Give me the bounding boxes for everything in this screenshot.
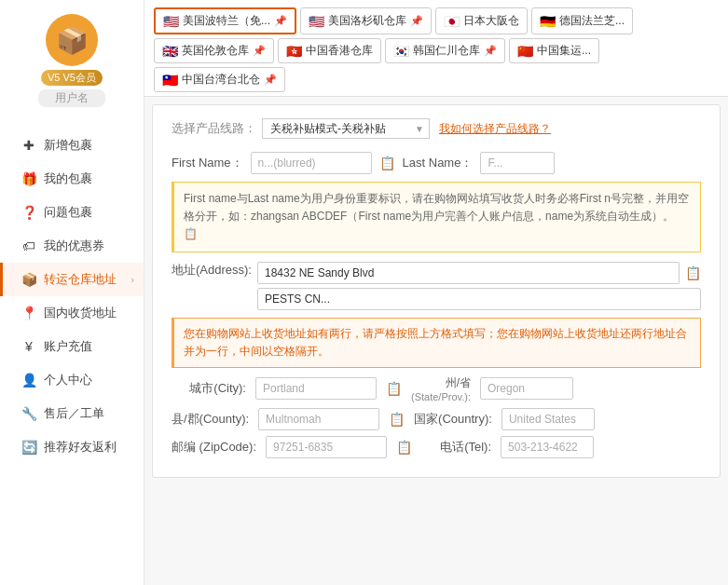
- county-input[interactable]: [258, 408, 379, 430]
- question-icon: ❓: [20, 205, 38, 220]
- county-label: 县/郡(County):: [172, 411, 249, 428]
- tab-label: 英国伦敦仓库: [182, 43, 249, 59]
- copy-city-icon[interactable]: 📋: [386, 381, 402, 396]
- tab-cn-hk[interactable]: 🇭🇰 中国香港仓库: [278, 38, 381, 63]
- tab-label: 美国洛杉矶仓库: [328, 13, 406, 29]
- address-warning-text: 您在购物网站上收货地址如有两行，请严格按照上方格式填写；您在购物网站上收货地址还…: [184, 327, 687, 358]
- sidebar-item-problem-parcel[interactable]: ❓ 问题包裹: [0, 196, 144, 229]
- sidebar-item-referral[interactable]: 🔄 推荐好友返利: [0, 430, 144, 464]
- sidebar-item-aftersale[interactable]: 🔧 售后／工单: [0, 397, 144, 430]
- flag-uk: 🇬🇧: [162, 44, 178, 59]
- copy-icon[interactable]: 📋: [379, 156, 395, 170]
- flag-us: 🇺🇸: [163, 14, 179, 29]
- sidebar-item-add-parcel[interactable]: ✚ 新增包裹: [0, 129, 144, 162]
- tab-label: 德国法兰芝...: [559, 13, 625, 29]
- coupon-icon: 🏷: [20, 238, 38, 253]
- flag-us: 🇺🇸: [309, 14, 324, 29]
- sidebar-item-warehouse-address[interactable]: 📦 转运仓库地址 ›: [0, 263, 144, 296]
- address-warning-box: 您在购物网站上收货地址如有两行，请严格按照上方格式填写；您在购物网站上收货地址还…: [172, 318, 701, 368]
- add-icon: ✚: [20, 138, 38, 153]
- tabs-row-1: 🇺🇸 美国波特兰（免... 📌 🇺🇸 美国洛杉矶仓库 📌 🇯🇵 日本大阪仓 🇩🇪…: [154, 7, 719, 34]
- pin-icon: 📌: [274, 15, 287, 27]
- product-line-row: 选择产品线路： 关税补贴模式-关税补贴 ▼ 我如何选择产品线路？: [172, 118, 701, 139]
- tab-de[interactable]: 🇩🇪 德国法兰芝...: [531, 7, 633, 34]
- product-line-select-wrapper[interactable]: 关税补贴模式-关税补贴 ▼: [262, 118, 430, 139]
- sidebar: 📦 V5 V5会员 用户名 ✚ 新增包裹 🎁 我的包裹 ❓ 问题包裹 🏷 我的优…: [0, 0, 144, 585]
- last-name-label: Last Name：: [403, 155, 474, 171]
- sidebar-label: 售后／工单: [44, 405, 104, 422]
- tab-label: 韩国仁川仓库: [413, 43, 480, 59]
- sidebar-item-coupons[interactable]: 🏷 我的优惠券: [0, 229, 144, 263]
- warehouse-icon: 📦: [20, 272, 38, 287]
- copy-zip-icon[interactable]: 📋: [396, 440, 412, 455]
- sidebar-label: 国内收货地址: [44, 305, 117, 321]
- sidebar-label: 推荐好友返利: [44, 439, 117, 456]
- arrow-icon: ›: [130, 274, 134, 285]
- sidebar-menu: ✚ 新增包裹 🎁 我的包裹 ❓ 问题包裹 🏷 我的优惠券 📦 转运仓库地址 › …: [0, 129, 144, 464]
- address-row: 地址(Address): 📋: [172, 262, 701, 310]
- county-country-row: 县/郡(County): 📋 国家(Country):: [172, 408, 701, 430]
- address-line2-input[interactable]: [257, 288, 701, 310]
- tab-cn-jihe[interactable]: 🇨🇳 中国集运...: [509, 38, 599, 63]
- last-name-input[interactable]: [480, 152, 555, 174]
- tab-uk-london[interactable]: 🇬🇧 英国伦敦仓库 📌: [154, 38, 274, 63]
- yuan-icon: ¥: [20, 339, 38, 354]
- address-inputs: 📋: [257, 262, 701, 310]
- country-input[interactable]: [501, 408, 595, 430]
- city-input[interactable]: [255, 377, 377, 400]
- gift-icon: 🎁: [20, 171, 38, 186]
- main-content: 🇺🇸 美国波特兰（免... 📌 🇺🇸 美国洛杉矶仓库 📌 🇯🇵 日本大阪仓 🇩🇪…: [144, 0, 728, 585]
- state-input[interactable]: [480, 377, 573, 400]
- tab-label: 中国台湾台北仓: [182, 72, 260, 88]
- pin-icon: 📌: [253, 45, 266, 57]
- sidebar-item-my-parcel[interactable]: 🎁 我的包裹: [0, 162, 144, 196]
- avatar-area: 📦 V5 V5会员 用户名: [38, 14, 105, 115]
- copy-county-icon[interactable]: 📋: [389, 412, 405, 427]
- sidebar-label: 转运仓库地址: [44, 271, 117, 288]
- tab-label: 美国波特兰（免...: [183, 13, 270, 29]
- pin-icon: 📌: [264, 74, 277, 86]
- flag-kr: 🇰🇷: [393, 44, 409, 59]
- sidebar-item-domestic-address[interactable]: 📍 国内收货地址: [0, 296, 144, 330]
- sidebar-item-recharge[interactable]: ¥ 账户充值: [0, 330, 144, 363]
- address-line2-row: [257, 288, 701, 310]
- zipcode-label: 邮编 (ZipCode):: [172, 439, 256, 456]
- address-line1-input[interactable]: [257, 262, 680, 284]
- phone-input[interactable]: [501, 436, 594, 458]
- form-area: 选择产品线路： 关税补贴模式-关税补贴 ▼ 我如何选择产品线路？ First N…: [152, 104, 721, 478]
- location-icon: 📍: [20, 306, 38, 320]
- flag-jp: 🇯🇵: [444, 14, 460, 29]
- zip-phone-row: 邮编 (ZipCode): 📋 电话(Tel):: [172, 436, 701, 458]
- username: 用户名: [38, 89, 105, 107]
- tabs-row-3: 🇹🇼 中国台湾台北仓 📌: [154, 67, 719, 92]
- first-name-input[interactable]: [251, 152, 372, 174]
- flag-hk: 🇭🇰: [286, 44, 302, 59]
- product-line-select[interactable]: 关税补贴模式-关税补贴: [262, 118, 430, 139]
- flag-de: 🇩🇪: [540, 14, 556, 29]
- sidebar-item-personal[interactable]: 👤 个人中心: [0, 363, 144, 397]
- phone-label: 电话(Tel):: [421, 439, 491, 456]
- sidebar-label: 问题包裹: [44, 204, 92, 221]
- name-row: First Name： 📋 Last Name：: [172, 152, 701, 174]
- city-state-row: 城市(City): 📋 州/省 (State/Prov.):: [172, 375, 701, 402]
- tab-us-la[interactable]: 🇺🇸 美国洛杉矶仓库 📌: [300, 7, 432, 34]
- sidebar-label: 个人中心: [44, 372, 92, 388]
- tab-kr-incheon[interactable]: 🇰🇷 韩国仁川仓库 📌: [385, 38, 505, 63]
- address-section: 地址(Address): 📋: [172, 262, 701, 310]
- tab-jp-osaka[interactable]: 🇯🇵 日本大阪仓: [435, 7, 528, 34]
- vip-badge: V5 V5会员: [41, 70, 103, 86]
- tab-tw-taipei[interactable]: 🇹🇼 中国台湾台北仓 📌: [154, 67, 285, 92]
- name-info-text: First name与Last name为用户身份重要标识，请在购物网站填写收货…: [184, 192, 689, 223]
- sidebar-label: 我的包裹: [44, 170, 92, 187]
- copy-address-icon[interactable]: 📋: [685, 265, 701, 280]
- address-label: 地址(Address):: [172, 262, 252, 279]
- how-to-select-link[interactable]: 我如何选择产品线路？: [439, 121, 551, 137]
- tab-label: 日本大阪仓: [463, 13, 519, 29]
- tab-label: 中国香港仓库: [306, 43, 373, 59]
- country-label: 国家(Country):: [414, 411, 492, 428]
- first-name-label: First Name：: [172, 155, 243, 171]
- tab-us-boston[interactable]: 🇺🇸 美国波特兰（免... 📌: [154, 7, 296, 34]
- address-line1-row: 📋: [257, 262, 701, 284]
- copy-small-icon[interactable]: 📋: [184, 227, 198, 240]
- zipcode-input[interactable]: [266, 436, 387, 458]
